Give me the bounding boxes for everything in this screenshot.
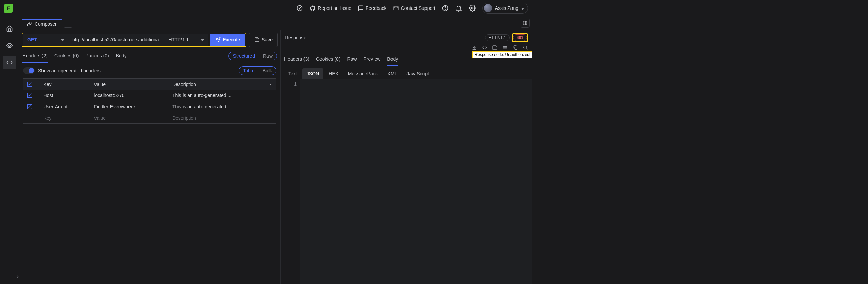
- response-editor[interactable]: 1: [281, 79, 532, 284]
- add-tab-button[interactable]: [64, 19, 72, 28]
- method-select[interactable]: GET: [23, 34, 68, 46]
- th-value[interactable]: Value: [90, 79, 169, 90]
- send-icon: [215, 37, 221, 42]
- view-table[interactable]: Table: [239, 67, 258, 75]
- cell-desc[interactable]: This is an auto-generated ...: [169, 101, 276, 112]
- select-all-checkbox[interactable]: ✓: [27, 82, 32, 87]
- feedback-link[interactable]: Feedback: [358, 5, 386, 11]
- report-issue-link[interactable]: Report an Issue: [310, 5, 351, 11]
- bell-icon[interactable]: [455, 4, 463, 12]
- tabs-bar: Composer: [19, 16, 532, 30]
- body-tab-hex[interactable]: HEX: [325, 68, 343, 79]
- response-protocol-chip: HTTP/1.1: [485, 34, 510, 41]
- response-title: Response: [285, 35, 306, 40]
- svg-point-3: [445, 9, 445, 10]
- table-row-new: Key Value Description: [23, 112, 276, 124]
- save-icon: [254, 37, 260, 42]
- headers-table: ✓ Key Value Description⋮ ✓ Host: [23, 78, 276, 124]
- gear-icon[interactable]: [469, 4, 476, 12]
- resp-tab-cookies[interactable]: Cookies (0): [316, 53, 341, 66]
- save-icon[interactable]: [492, 45, 498, 50]
- url-input[interactable]: [68, 34, 164, 46]
- resp-tab-body[interactable]: Body: [387, 53, 398, 66]
- save-button[interactable]: Save: [249, 33, 278, 47]
- copy-icon[interactable]: [513, 45, 518, 50]
- download-icon[interactable]: [472, 45, 477, 50]
- resp-tab-preview[interactable]: Preview: [364, 53, 381, 66]
- svg-rect-6: [523, 21, 527, 25]
- body-tab-js[interactable]: JavaScript: [403, 68, 433, 79]
- input-desc[interactable]: Description: [169, 112, 276, 124]
- code-icon[interactable]: [482, 45, 487, 50]
- view-raw[interactable]: Raw: [259, 52, 277, 60]
- request-line-highlight: GET HTTP/1.1: [22, 33, 246, 47]
- help-icon[interactable]: [441, 4, 449, 12]
- body-tab-json[interactable]: JSON: [302, 68, 323, 79]
- link-icon: [27, 21, 32, 27]
- body-tab-msgpack[interactable]: MessagePack: [344, 68, 382, 79]
- body-tab-xml[interactable]: XML: [383, 68, 401, 79]
- cell-value[interactable]: localhost:5270: [90, 90, 169, 101]
- search-icon[interactable]: [523, 45, 528, 50]
- editor-gutter: 1: [281, 79, 300, 284]
- row-checkbox[interactable]: ✓: [27, 104, 32, 109]
- body-format-tabs: Text JSON HEX MessagePack XML JavaScript: [281, 66, 532, 79]
- layout-toggle-button[interactable]: [521, 19, 530, 28]
- resp-tab-raw[interactable]: Raw: [347, 53, 357, 66]
- resp-tab-headers[interactable]: Headers (3): [284, 53, 309, 66]
- sidebar-home-button[interactable]: [3, 22, 16, 35]
- top-bar: F Report an Issue Feedback Contact Suppo…: [0, 0, 532, 16]
- avatar: [484, 4, 492, 12]
- status-code-badge[interactable]: 401: [513, 34, 527, 41]
- list-icon[interactable]: [502, 45, 508, 50]
- svg-point-12: [524, 46, 527, 49]
- svg-point-0: [297, 5, 302, 11]
- status-code-highlight: 401: [512, 33, 528, 42]
- tab-label: Composer: [35, 21, 57, 27]
- table-row: ✓ Host localhost:5270 This is an auto-ge…: [23, 90, 276, 101]
- th-key[interactable]: Key: [40, 79, 90, 90]
- cell-value[interactable]: Fiddler-Everywhere: [90, 101, 169, 112]
- show-autogen-label: Show autogenerated headers: [38, 68, 101, 73]
- cell-desc[interactable]: This is an auto-generated ...: [169, 90, 276, 101]
- request-subtabs: Headers (2) Cookies (0) Params (0) Body …: [19, 48, 280, 63]
- subtab-headers[interactable]: Headers (2): [22, 50, 48, 63]
- view-structured[interactable]: Structured: [229, 52, 259, 60]
- protocol-select[interactable]: HTTP/1.1: [164, 34, 208, 46]
- subtab-cookies[interactable]: Cookies (0): [54, 50, 79, 63]
- cell-key[interactable]: Host: [40, 90, 90, 101]
- chevron-down-icon: [201, 37, 204, 42]
- check-circle-icon[interactable]: [296, 4, 303, 12]
- input-value[interactable]: Value: [90, 112, 169, 124]
- svg-rect-11: [515, 47, 517, 49]
- view-bulk[interactable]: Bulk: [259, 67, 276, 75]
- body-tab-text[interactable]: Text: [284, 68, 301, 79]
- editor-content[interactable]: [300, 79, 532, 284]
- chevron-down-icon: [61, 37, 64, 42]
- chevron-down-icon: [521, 5, 524, 11]
- subtab-body[interactable]: Body: [116, 50, 127, 63]
- more-icon[interactable]: ⋮: [268, 82, 273, 87]
- execute-button[interactable]: Execute: [210, 34, 245, 46]
- th-description[interactable]: Description: [172, 82, 196, 87]
- input-key[interactable]: Key: [40, 112, 90, 124]
- table-bulk-toggle[interactable]: Table Bulk: [239, 66, 276, 75]
- sidebar: [0, 16, 19, 284]
- sidebar-live-button[interactable]: [3, 39, 16, 52]
- tab-composer[interactable]: Composer: [22, 19, 62, 30]
- status-tooltip: Response code: Unauthorized: [472, 51, 532, 58]
- svg-point-4: [471, 7, 473, 9]
- subtab-params[interactable]: Params (0): [86, 50, 109, 63]
- row-checkbox[interactable]: ✓: [27, 93, 32, 98]
- brand-logo: F: [4, 4, 14, 13]
- contact-support-link[interactable]: Contact Support: [393, 5, 435, 11]
- sidebar-composer-button[interactable]: [3, 56, 16, 69]
- show-autogen-switch[interactable]: [23, 67, 35, 74]
- view-mode-toggle[interactable]: Structured Raw: [228, 52, 277, 60]
- user-menu[interactable]: Assis Zang: [482, 3, 528, 14]
- svg-point-5: [8, 45, 10, 47]
- table-row: ✓ User-Agent Fiddler-Everywhere This is …: [23, 101, 276, 112]
- cell-key[interactable]: User-Agent: [40, 101, 90, 112]
